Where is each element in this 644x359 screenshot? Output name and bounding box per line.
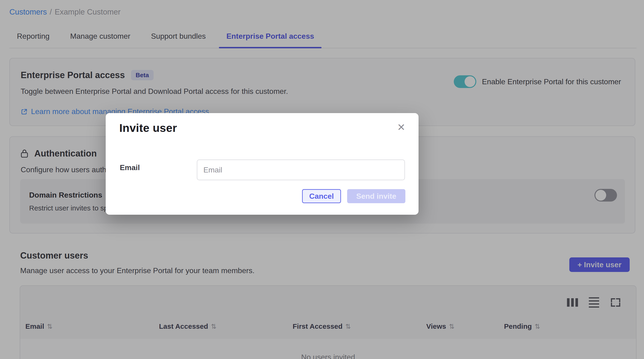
close-icon[interactable]: ✕ [397,122,406,132]
invite-user-modal: Invite user ✕ Email Cancel Send invite [106,113,418,215]
page: Customers / Example Customer Reporting M… [0,0,644,359]
email-input[interactable] [197,160,405,180]
cancel-button[interactable]: Cancel [302,189,341,203]
modal-title: Invite user [119,122,177,134]
send-invite-button[interactable]: Send invite [347,189,406,203]
email-label: Email [120,163,140,172]
